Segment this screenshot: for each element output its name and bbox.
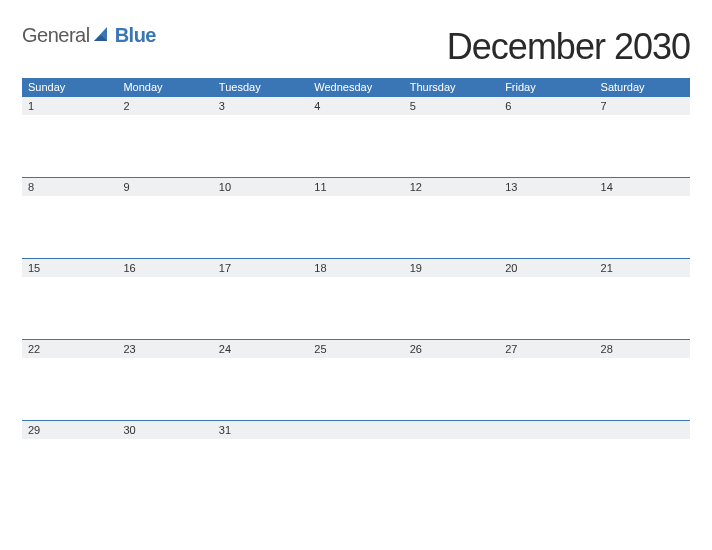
day-cell: 19	[404, 259, 499, 277]
day-cell	[308, 421, 403, 439]
day-cell: 8	[22, 178, 117, 196]
weekday-label: Sunday	[22, 78, 117, 96]
day-cell: 30	[117, 421, 212, 439]
weekday-label: Wednesday	[308, 78, 403, 96]
day-cell: 22	[22, 340, 117, 358]
week-space	[22, 115, 690, 177]
weekday-label: Monday	[117, 78, 212, 96]
weekday-header: Sunday Monday Tuesday Wednesday Thursday…	[22, 78, 690, 96]
day-cell: 16	[117, 259, 212, 277]
day-cell: 7	[595, 97, 690, 115]
day-cell: 4	[308, 97, 403, 115]
day-cell: 11	[308, 178, 403, 196]
day-cell: 24	[213, 340, 308, 358]
weekday-label: Thursday	[404, 78, 499, 96]
day-cell: 1	[22, 97, 117, 115]
day-cell: 28	[595, 340, 690, 358]
brand-part1: General	[22, 24, 90, 47]
day-cell: 14	[595, 178, 690, 196]
week-row: 1 2 3 4 5 6 7	[22, 96, 690, 115]
day-cell: 18	[308, 259, 403, 277]
day-cell: 9	[117, 178, 212, 196]
week-row: 29 30 31	[22, 420, 690, 439]
day-cell	[499, 421, 594, 439]
day-cell: 29	[22, 421, 117, 439]
week-row: 15 16 17 18 19 20 21	[22, 258, 690, 277]
day-cell: 23	[117, 340, 212, 358]
week-space	[22, 439, 690, 501]
weekday-label: Friday	[499, 78, 594, 96]
day-cell: 27	[499, 340, 594, 358]
day-cell: 26	[404, 340, 499, 358]
day-cell: 13	[499, 178, 594, 196]
weekday-label: Tuesday	[213, 78, 308, 96]
week-space	[22, 196, 690, 258]
brand-logo: General Blue	[22, 18, 156, 47]
day-cell: 5	[404, 97, 499, 115]
week-space	[22, 358, 690, 420]
brand-part2: Blue	[115, 24, 156, 47]
weekday-label: Saturday	[595, 78, 690, 96]
week-space	[22, 277, 690, 339]
page-title: December 2030	[447, 18, 690, 68]
day-cell: 20	[499, 259, 594, 277]
day-cell: 2	[117, 97, 212, 115]
week-row: 8 9 10 11 12 13 14	[22, 177, 690, 196]
sail-icon	[93, 26, 111, 46]
day-cell	[404, 421, 499, 439]
header: General Blue December 2030	[22, 18, 690, 68]
day-cell: 6	[499, 97, 594, 115]
week-row: 22 23 24 25 26 27 28	[22, 339, 690, 358]
day-cell: 12	[404, 178, 499, 196]
day-cell: 17	[213, 259, 308, 277]
day-cell: 3	[213, 97, 308, 115]
calendar: Sunday Monday Tuesday Wednesday Thursday…	[22, 78, 690, 501]
day-cell: 25	[308, 340, 403, 358]
day-cell: 21	[595, 259, 690, 277]
day-cell: 31	[213, 421, 308, 439]
day-cell: 15	[22, 259, 117, 277]
day-cell	[595, 421, 690, 439]
day-cell: 10	[213, 178, 308, 196]
